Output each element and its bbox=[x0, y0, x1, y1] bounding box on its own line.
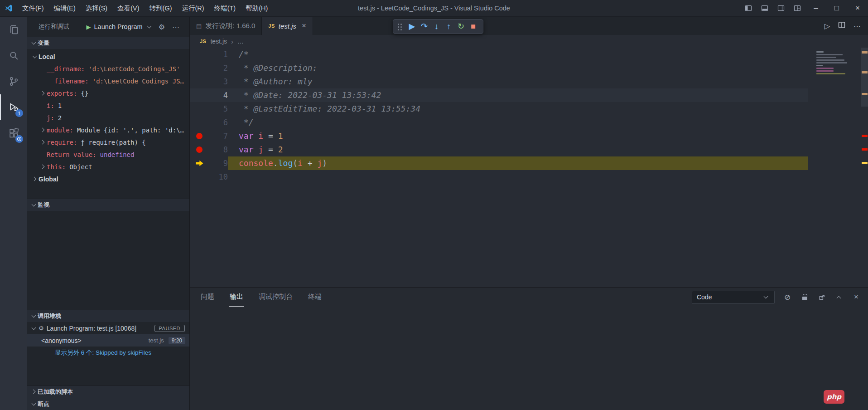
gutter-glyph[interactable] bbox=[190, 61, 209, 75]
variable-row[interactable]: exports:{} bbox=[27, 87, 189, 99]
loaded-scripts-section-header[interactable]: 已加载的脚本 bbox=[27, 386, 189, 398]
code-line[interactable]: 3 * @Author: mly bbox=[190, 75, 808, 88]
variable-row[interactable]: this:Object bbox=[27, 161, 189, 173]
editor-tab[interactable]: ▤发行说明: 1.66.0 bbox=[190, 17, 262, 35]
line-code[interactable]: * @Author: mly bbox=[228, 75, 808, 88]
gutter-glyph[interactable] bbox=[190, 75, 209, 88]
variable-row[interactable]: j:2 bbox=[27, 112, 189, 124]
variable-row[interactable]: Return value:undefined bbox=[27, 148, 189, 161]
maximize-button[interactable]: □ bbox=[826, 0, 847, 16]
line-code[interactable]: /* bbox=[228, 48, 808, 61]
variable-row[interactable]: i:1 bbox=[27, 99, 189, 112]
menu-item[interactable]: 编辑(E) bbox=[49, 0, 81, 16]
menu-item[interactable]: 查看(V) bbox=[112, 0, 144, 16]
clear-output-icon[interactable]: ⊘ bbox=[783, 293, 792, 302]
skipped-frames-link[interactable]: 显示另外 6 个: Skipped by skipFiles bbox=[27, 347, 189, 359]
launch-config-dropdown[interactable]: ▶ Launch Program bbox=[87, 23, 153, 30]
breakpoints-section-header[interactable]: 断点 bbox=[27, 398, 189, 410]
code-line[interactable]: 4 * @Date: 2022-03-31 13:53:42 bbox=[190, 88, 808, 102]
step-out-button[interactable]: ↑ bbox=[443, 20, 455, 34]
variable-row[interactable]: __filename:'d:\LeetCode_Codings_JS… bbox=[27, 75, 189, 87]
restart-button[interactable]: ↻ bbox=[455, 20, 467, 34]
step-over-button[interactable]: ↷ bbox=[418, 20, 430, 34]
breakpoint-icon[interactable] bbox=[196, 146, 203, 153]
activitybar-source-control[interactable] bbox=[0, 68, 27, 94]
run-file-icon[interactable]: ▷ bbox=[825, 22, 830, 30]
gutter-glyph[interactable] bbox=[190, 129, 209, 143]
gutter-glyph[interactable] bbox=[190, 170, 209, 184]
toggle-panel-icon[interactable] bbox=[757, 0, 773, 16]
open-output-in-editor-icon[interactable] bbox=[817, 293, 826, 302]
variables-section-header[interactable]: 变量 bbox=[27, 37, 189, 49]
code-line[interactable]: 9console.log(i + j) bbox=[190, 156, 808, 170]
gutter-glyph[interactable] bbox=[190, 143, 209, 156]
debug-settings-gear-icon[interactable]: ⚙ bbox=[159, 23, 165, 31]
step-into-button[interactable]: ↓ bbox=[430, 20, 443, 34]
split-editor-icon[interactable] bbox=[838, 21, 845, 30]
stop-button[interactable]: ■ bbox=[467, 20, 479, 34]
activitybar-extensions[interactable] bbox=[0, 120, 27, 146]
code-line[interactable]: 6 */ bbox=[190, 116, 808, 129]
editor-scrollbar[interactable] bbox=[861, 48, 868, 107]
menu-item[interactable]: 运行(R) bbox=[177, 0, 209, 16]
breadcrumb-more[interactable]: … bbox=[237, 38, 244, 45]
variable-row[interactable]: module:Module {id: '.', path: 'd:\… bbox=[27, 124, 189, 136]
line-code[interactable]: * @Description: bbox=[228, 61, 808, 75]
start-debug-icon[interactable]: ▶ bbox=[87, 24, 91, 30]
callstack-session-row[interactable]: ⚙ Launch Program: test.js [10068] PAUSED bbox=[27, 322, 189, 334]
activitybar-run-and-debug[interactable]: 1 bbox=[0, 94, 27, 120]
activitybar-search[interactable] bbox=[0, 43, 27, 68]
line-code[interactable]: var i = 1 bbox=[228, 129, 808, 143]
minimap[interactable] bbox=[816, 50, 858, 76]
activitybar-explorer[interactable] bbox=[0, 17, 27, 43]
breadcrumb-file[interactable]: test.js bbox=[210, 38, 227, 45]
toggle-primary-sidebar-icon[interactable] bbox=[740, 0, 757, 16]
scope-row[interactable]: Local bbox=[27, 50, 189, 63]
close-panel-icon[interactable]: × bbox=[852, 293, 861, 302]
variable-row[interactable]: require:ƒ require(path) { bbox=[27, 136, 189, 148]
maximize-panel-icon[interactable] bbox=[834, 293, 844, 302]
panel-tab[interactable]: 终端 bbox=[307, 288, 323, 307]
code-line[interactable]: 2 * @Description: bbox=[190, 61, 808, 75]
menu-item[interactable]: 选择(S) bbox=[81, 0, 112, 16]
customize-layout-icon[interactable] bbox=[789, 0, 805, 16]
menu-item[interactable]: 终端(T) bbox=[209, 0, 241, 16]
line-code[interactable]: console.log(i + j) bbox=[228, 156, 808, 170]
callstack-frame-row[interactable]: <anonymous> test.js 9:20 bbox=[27, 334, 189, 347]
scope-row[interactable]: Global bbox=[27, 173, 189, 185]
gutter-glyph[interactable] bbox=[190, 88, 209, 102]
toggle-secondary-sidebar-icon[interactable] bbox=[773, 0, 789, 16]
continue-button[interactable]: ▶ bbox=[406, 20, 418, 34]
menu-item[interactable]: 文件(F) bbox=[17, 0, 49, 16]
code-line[interactable]: 1/* bbox=[190, 48, 808, 61]
watch-section-header[interactable]: 监视 bbox=[27, 199, 189, 211]
breakpoint-icon[interactable] bbox=[196, 133, 203, 139]
gutter-glyph[interactable] bbox=[190, 156, 209, 170]
line-code[interactable]: * @LastEditTime: 2022-03-31 13:55:34 bbox=[228, 102, 808, 116]
gutter-glyph[interactable] bbox=[190, 48, 209, 61]
variable-row[interactable]: __dirname:'d:\LeetCode_Codings_JS' bbox=[27, 63, 189, 75]
code-line[interactable]: 7var i = 1 bbox=[190, 129, 808, 143]
close-button[interactable]: × bbox=[847, 0, 868, 16]
line-code[interactable]: * @Date: 2022-03-31 13:53:42 bbox=[228, 88, 808, 102]
menu-item[interactable]: 帮助(H) bbox=[241, 0, 273, 16]
line-code[interactable]: var j = 2 bbox=[228, 143, 808, 156]
panel-tab[interactable]: 问题 bbox=[200, 288, 215, 307]
toolbar-drag-grip-icon[interactable] bbox=[397, 22, 403, 32]
minimize-button[interactable]: – bbox=[805, 0, 826, 16]
panel-tab[interactable]: 调试控制台 bbox=[258, 288, 294, 307]
more-actions-icon[interactable]: ⋯ bbox=[172, 23, 179, 31]
code-editor[interactable]: 1/*2 * @Description: 3 * @Author: mly4 *… bbox=[190, 48, 868, 287]
output-channel-select[interactable]: Code bbox=[692, 291, 775, 304]
breadcrumb[interactable]: JS test.js › … bbox=[190, 35, 868, 48]
more-actions-icon[interactable]: ⋯ bbox=[854, 22, 861, 30]
close-tab-icon[interactable]: × bbox=[302, 21, 306, 30]
line-code[interactable]: */ bbox=[228, 116, 808, 129]
menu-item[interactable]: 转到(G) bbox=[145, 0, 177, 16]
editor-tab[interactable]: JStest.js× bbox=[262, 17, 313, 35]
code-line[interactable]: 10 bbox=[190, 170, 808, 184]
code-line[interactable]: 5 * @LastEditTime: 2022-03-31 13:55:34 bbox=[190, 102, 808, 116]
panel-tab[interactable]: 输出 bbox=[229, 288, 244, 307]
gutter-glyph[interactable] bbox=[190, 116, 209, 129]
scroll-lock-icon[interactable] bbox=[800, 293, 809, 302]
